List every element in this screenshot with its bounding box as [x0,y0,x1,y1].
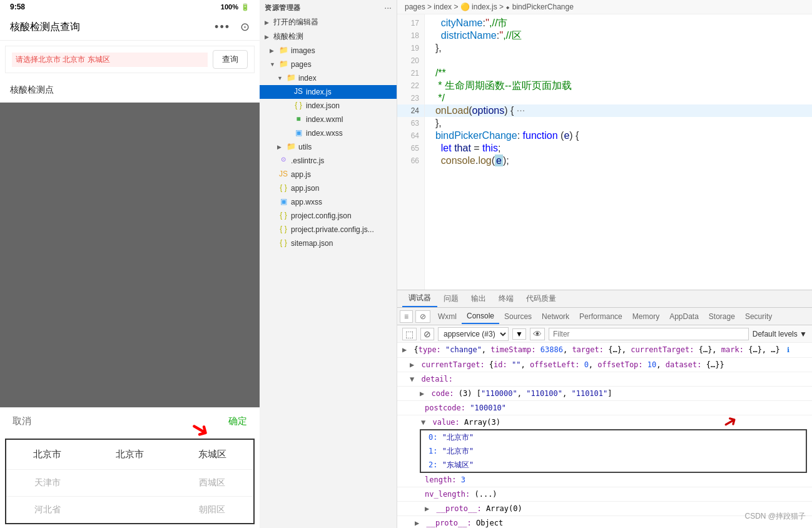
subtab-button[interactable]: ≡ [400,310,413,323]
open-editors-arrow: ▶ [265,19,272,26]
app-wxss-label: app.wxss [291,198,322,206]
picker-col1-selected[interactable]: 北京市 [6,449,89,460]
js-file-icon: JS [293,87,303,97]
index-wxss-file[interactable]: ▣ index.wxss [260,126,397,140]
nucleic-detect-folder[interactable]: ▶ 核酸检测 [260,29,397,44]
more-icon[interactable]: ••• [215,21,230,34]
phone-map-area [0,103,260,407]
clear-icon[interactable]: ⊘ [420,328,434,340]
sitemap-label: sitemap.json [291,239,333,248]
index-wxml-file[interactable]: ■ index.wxml [260,113,397,126]
app-js-file[interactable]: JS app.js [260,168,397,181]
phone-header-icons: ••• ⊙ [215,20,250,34]
utils-folder[interactable]: ▶ 📁 utils [260,140,397,154]
images-folder[interactable]: ▶ 📁 images [260,44,397,58]
tab-terminal[interactable]: 终端 [492,291,520,307]
default-levels[interactable]: Default levels ▼ [753,330,807,338]
app-wxss-file[interactable]: ▣ app.wxss [260,195,397,209]
console-line-4: ▶ code: (3) ["110000", "110100", "110101… [397,387,812,401]
pages-folder-label: pages [291,60,312,69]
project-config-icon: { } [278,211,288,221]
tab-output[interactable]: 输出 [465,291,492,307]
index-folder[interactable]: ▼ 📁 index [260,71,397,85]
confirm-button[interactable]: 确定 [228,415,247,427]
phone-status-right: 100% 🔋 [221,3,250,11]
console-line-3: ▼ detail: [397,372,812,387]
tab-debugger[interactable]: 调试器 [402,290,437,307]
context-selector[interactable]: appservice (#3) [438,327,509,341]
tab-storage[interactable]: Storage [704,310,740,323]
index-js-file[interactable]: JS index.js [260,85,397,99]
console-toolbar: ⬚ ⊘ appservice (#3) ▼ 👁 Default levels ▼ [397,325,812,343]
console-line-7: length: 3 [397,473,812,487]
tab-security[interactable]: Security [740,310,777,323]
index-json-file[interactable]: { } index.json [260,99,397,113]
picker-col2-row3 [89,504,171,515]
code-editor-area: pages > index > 🟡 index.js > ⬥ bindPicke… [397,0,812,528]
app-json-file[interactable]: { } app.json [260,181,397,195]
phone-time: 9:58 [10,3,25,11]
pages-folder-icon: 📁 [278,59,288,69]
code-line-64: bindPickerChange: function (e) { [425,129,812,142]
project-private-icon: { } [278,225,288,235]
tab-appdata[interactable]: AppData [664,310,704,323]
file-tree-toolbar: 资源管理器 ··· [260,0,397,15]
eye-icon[interactable]: 👁 [530,328,545,340]
phone-app-title: 核酸检测点查询 [10,21,80,34]
code-line-22: * 生命周期函数--监听页面加载 [425,79,812,92]
app-json-icon: { } [278,183,288,193]
picker-col3-selected[interactable]: 东城区 [171,449,253,460]
console-line-5: postcode: "100010" [397,401,812,415]
picker-col1-row2: 天津市 [6,477,89,489]
query-button[interactable]: 查询 [213,50,248,69]
phone-simulator: 9:58 100% 🔋 核酸检测点查询 ••• ⊙ 请选择北京市 北京市 东城区… [0,0,260,528]
inspect-icon[interactable]: ⬚ [402,328,417,340]
tab-console[interactable]: Console [462,309,499,324]
tab-memory[interactable]: Memory [627,310,664,323]
tab-code-quality[interactable]: 代码质量 [520,291,562,307]
filter-input[interactable] [549,328,749,340]
search-selected-text[interactable]: 请选择北京市 北京市 东城区 [12,53,208,67]
tab-wxml[interactable]: Wxml [433,310,462,323]
picker-wheel[interactable]: 北京市 北京市 东城区 天津市 西城区 河北省 朝阳区 [5,439,255,524]
devtools-top-tabs: 调试器 问题 输出 终端 代码质量 [397,290,812,308]
tab-issues[interactable]: 问题 [437,291,465,307]
value-item-0: 0: "北京市" [421,430,806,444]
eslint-label: .eslintrc.js [291,156,324,165]
utils-folder-icon: 📁 [286,142,296,152]
tab-network[interactable]: Network [537,310,574,323]
file-tree-panel: 资源管理器 ··· ▶ 打开的编辑器 ▶ 核酸检测 ▶ 📁 images ▼ [260,0,397,528]
index-wxss-label: index.wxss [306,129,343,138]
picker-col2-row2 [89,477,171,489]
project-config-file[interactable]: { } project.config.json [260,209,397,223]
subtab-circle[interactable]: ⊘ [415,310,430,323]
project-config-label: project.config.json [291,211,352,220]
picker-col3-row3: 朝阳区 [171,504,253,515]
camera-icon[interactable]: ⊙ [240,20,250,34]
file-tree-title: 资源管理器 [265,3,301,13]
value-box-container: ▼ value: Array(3) 0: "北京市" 1: "北京市" 2: "… [397,415,812,473]
cancel-button[interactable]: 取消 [13,415,31,427]
tab-performance[interactable]: Performance [574,310,627,323]
console-line-1: ▶ {type: "change", timeStamp: 63886, tar… [397,343,812,358]
eslint-icon: ⊙ [278,156,288,166]
code-line-66: console.log(e); [425,155,812,167]
code-content[interactable]: cityName:'',//市 districtName:'',//区 }, /… [425,14,812,290]
app-json-label: app.json [291,184,319,193]
console-line-2: ▶ currentTarget: {id: "", offsetLeft: 0,… [397,358,812,372]
nucleic-detect-label: 核酸检测 [273,31,303,42]
eslint-file[interactable]: ⊙ .eslintrc.js [260,154,397,168]
picker-col2-selected[interactable]: 北京市 [89,449,171,460]
tab-sources[interactable]: Sources [499,310,537,323]
more-options-icon[interactable]: ··· [384,3,392,13]
battery-icon: 🔋 [241,3,250,11]
phone-app-header: 核酸检测点查询 ••• ⊙ [0,14,260,41]
pages-folder[interactable]: ▼ 📁 pages [260,58,397,71]
dropdown-arrow[interactable]: ▼ [512,328,526,340]
phone-status-bar: 9:58 100% 🔋 [0,0,260,14]
sitemap-file[interactable]: { } sitemap.json [260,236,397,250]
project-private-file[interactable]: { } project.private.config.js... [260,223,397,236]
index-js-label: index.js [306,88,332,96]
editor-wrapper: 17 18 19 20 21 22 23 24 63 64 65 66 city… [397,14,812,290]
open-editors-item[interactable]: ▶ 打开的编辑器 [260,15,397,29]
